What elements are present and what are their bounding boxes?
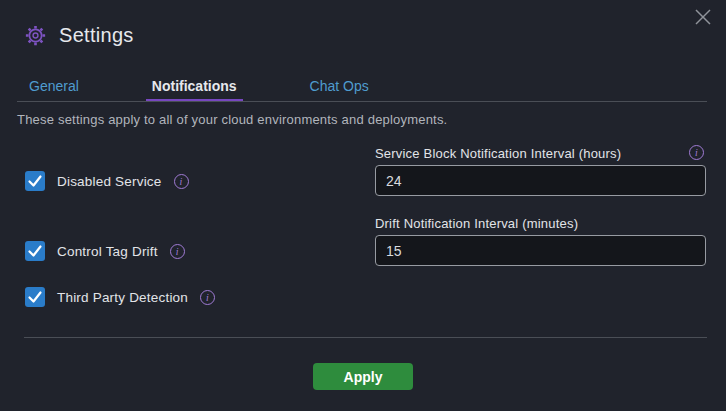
- tab-bar: General Notifications Chat Ops: [23, 78, 375, 102]
- checkbox-row-control-tag-drift: Control Tag Drift i: [25, 241, 185, 261]
- settings-dialog: Settings General Notifications Chat Ops …: [0, 0, 726, 411]
- checkbox-row-disabled-service: Disabled Service i: [25, 171, 189, 191]
- footer-divider: [24, 337, 707, 338]
- control-tag-drift-checkbox[interactable]: [25, 241, 45, 261]
- third-party-detection-checkbox[interactable]: [25, 287, 45, 307]
- settings-description: These settings apply to all of your clou…: [17, 112, 447, 127]
- tabs-divider: [17, 101, 707, 102]
- drift-interval-input[interactable]: [375, 235, 706, 266]
- apply-button[interactable]: Apply: [313, 363, 413, 390]
- info-icon[interactable]: i: [174, 174, 189, 189]
- info-icon[interactable]: i: [200, 290, 215, 305]
- info-icon[interactable]: i: [689, 145, 704, 160]
- drift-interval-label: Drift Notification Interval (minutes): [375, 216, 578, 231]
- third-party-detection-label: Third Party Detection: [57, 290, 188, 305]
- page-title: Settings: [59, 24, 134, 47]
- dialog-header: Settings: [25, 24, 134, 47]
- tab-chat-ops[interactable]: Chat Ops: [304, 78, 375, 102]
- service-block-interval-input[interactable]: [375, 165, 706, 196]
- close-icon[interactable]: [694, 8, 712, 26]
- info-icon[interactable]: i: [170, 244, 185, 259]
- gear-icon: [25, 25, 46, 46]
- control-tag-drift-label: Control Tag Drift: [57, 244, 158, 259]
- disabled-service-label: Disabled Service: [57, 174, 162, 189]
- checkbox-row-third-party-detection: Third Party Detection i: [25, 287, 215, 307]
- service-block-interval-label: Service Block Notification Interval (hou…: [375, 146, 621, 161]
- disabled-service-checkbox[interactable]: [25, 171, 45, 191]
- tab-general[interactable]: General: [23, 78, 85, 102]
- tab-notifications[interactable]: Notifications: [146, 78, 243, 102]
